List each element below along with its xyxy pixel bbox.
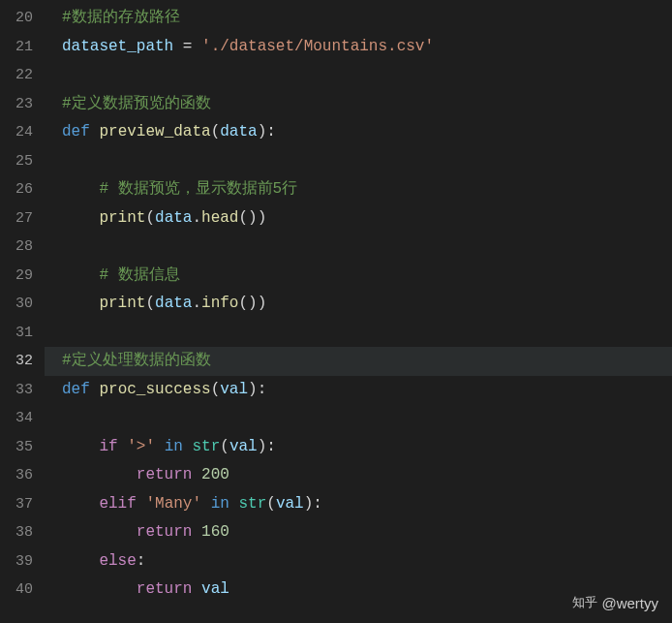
- code-line[interactable]: # 数据预览，显示数据前5行: [62, 175, 672, 204]
- line-number: 32: [0, 347, 45, 376]
- code-area[interactable]: #数据的存放路径 dataset_path = './dataset/Mount…: [45, 0, 672, 623]
- watermark: 知乎 @wertyy: [572, 594, 658, 611]
- code-line[interactable]: return 160: [62, 518, 672, 547]
- code-line[interactable]: def preview_data(data):: [62, 118, 672, 147]
- line-number: 37: [0, 490, 45, 519]
- code-line[interactable]: def proc_success(val):: [62, 376, 672, 405]
- code-line[interactable]: return 200: [62, 461, 672, 490]
- line-number-gutter: 20 21 22 23 24 25 26 27 28 29 30 31 32 3…: [0, 0, 45, 623]
- line-number: 20: [0, 4, 45, 33]
- line-number: 29: [0, 262, 45, 291]
- code-line[interactable]: [62, 404, 672, 433]
- line-number: 25: [0, 147, 45, 176]
- code-line[interactable]: elif 'Many' in str(val):: [62, 490, 672, 519]
- line-number: 36: [0, 461, 45, 490]
- code-line[interactable]: print(data.info()): [62, 290, 672, 319]
- line-number: 21: [0, 33, 45, 62]
- line-number: 24: [0, 118, 45, 147]
- code-line-active[interactable]: #定义处理数据的函数: [45, 347, 672, 376]
- line-number: 39: [0, 547, 45, 576]
- line-number: 23: [0, 90, 45, 119]
- code-line[interactable]: dataset_path = './dataset/Mountains.csv': [62, 33, 672, 62]
- code-line[interactable]: [62, 61, 672, 90]
- line-number: 30: [0, 290, 45, 319]
- code-line[interactable]: else:: [62, 547, 672, 576]
- line-number: 22: [0, 61, 45, 90]
- line-number: 33: [0, 376, 45, 405]
- line-number: 31: [0, 319, 45, 348]
- code-line[interactable]: # 数据信息: [62, 262, 672, 291]
- code-line[interactable]: [62, 233, 672, 262]
- code-line[interactable]: #数据的存放路径: [62, 4, 672, 33]
- code-line[interactable]: if '>' in str(val):: [62, 433, 672, 462]
- line-number: 27: [0, 204, 45, 234]
- code-line[interactable]: [62, 319, 672, 348]
- code-line[interactable]: #定义数据预览的函数: [62, 90, 672, 119]
- code-line[interactable]: [62, 147, 672, 176]
- line-number: 34: [0, 404, 45, 433]
- code-line[interactable]: print(data.head()): [62, 204, 672, 234]
- watermark-handle: @wertyy: [601, 595, 658, 611]
- line-number: 35: [0, 433, 45, 462]
- line-number: 38: [0, 518, 45, 547]
- line-number: 28: [0, 233, 45, 262]
- line-number: 26: [0, 175, 45, 204]
- zhihu-icon: 知乎: [572, 594, 597, 611]
- line-number: 40: [0, 576, 45, 605]
- code-editor[interactable]: 20 21 22 23 24 25 26 27 28 29 30 31 32 3…: [0, 0, 672, 623]
